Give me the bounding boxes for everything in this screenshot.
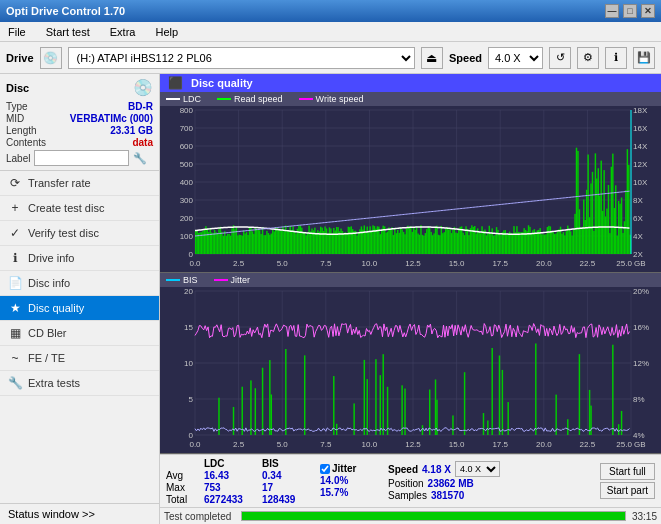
disc-quality-header-icon: ⬛ <box>168 76 183 90</box>
stats-bis-header: BIS <box>262 458 312 469</box>
nav-create-test-disc-label: Create test disc <box>28 202 104 214</box>
disc-length-row: Length 23.31 GB <box>6 125 153 136</box>
progress-bar-outer <box>241 511 626 521</box>
close-button[interactable]: ✕ <box>641 4 655 18</box>
nav-fe-te-label: FE / TE <box>28 352 65 364</box>
drive-bar: Drive 💿 (H:) ATAPI iHBS112 2 PL06 ⏏ Spee… <box>0 42 661 74</box>
stats-avg-jitter: 14.0% <box>320 475 380 486</box>
stats-ldc-header: LDC <box>204 458 254 469</box>
stats-speed-col: Speed 4.18 X 4.0 X Position 23862 MB Sam… <box>388 461 500 501</box>
menu-help[interactable]: Help <box>151 25 182 39</box>
nav-transfer-rate[interactable]: ⟳ Transfer rate <box>0 171 159 196</box>
status-window-button[interactable]: Status window >> <box>0 503 159 524</box>
create-test-disc-icon: + <box>8 201 22 215</box>
nav-transfer-rate-label: Transfer rate <box>28 177 91 189</box>
save-button[interactable]: 💾 <box>633 47 655 69</box>
status-window-label: Status window >> <box>8 508 95 520</box>
progress-status: Test completed <box>164 511 231 522</box>
disc-type-row: Type BD-R <box>6 101 153 112</box>
nav-extra-tests-label: Extra tests <box>28 377 80 389</box>
disc-info-icon: 📄 <box>8 276 22 290</box>
nav-drive-info-label: Drive info <box>28 252 74 264</box>
legend-bis-icon: BIS <box>166 275 198 285</box>
charts-area: LDC Read speed Write speed BIS Jitter <box>160 92 661 454</box>
chart1-wrapper: LDC Read speed Write speed <box>160 92 661 273</box>
chart2-canvas <box>160 287 661 453</box>
stats-jitter-header: Jitter <box>332 463 356 474</box>
speed-select[interactable]: 4.0 X <box>488 47 543 69</box>
menu-bar: File Start test Extra Help <box>0 22 661 42</box>
stats-max-label: Max <box>166 482 196 493</box>
nav-create-test-disc[interactable]: + Create test disc <box>0 196 159 221</box>
nav-verify-test-disc[interactable]: ✓ Verify test disc <box>0 221 159 246</box>
nav-cd-bler[interactable]: ▦ CD Bler <box>0 321 159 346</box>
fe-te-icon: ~ <box>8 351 22 365</box>
stats-bar: Avg Max Total LDC 16.43 753 6272433 BIS … <box>160 454 661 507</box>
stats-speed-select[interactable]: 4.0 X <box>455 461 500 477</box>
settings-button[interactable]: ⚙ <box>577 47 599 69</box>
drive-label: Drive <box>6 52 34 64</box>
progress-bar-inner <box>242 512 625 520</box>
legend-read-label: Read speed <box>234 94 283 104</box>
legend-ldc-label: LDC <box>183 94 201 104</box>
stats-position-header: Position <box>388 478 424 489</box>
jitter-checkbox[interactable] <box>320 464 330 474</box>
start-full-button[interactable]: Start full <box>600 463 655 480</box>
nav-cd-bler-label: CD Bler <box>28 327 67 339</box>
stats-max-ldc: 753 <box>204 482 254 493</box>
stats-position-value: 23862 MB <box>428 478 474 489</box>
info-button[interactable]: ℹ <box>605 47 627 69</box>
sidebar: Disc 💿 Type BD-R MID VERBATIMc (000) Len… <box>0 74 160 524</box>
chart2-wrapper: BIS Jitter <box>160 273 661 454</box>
stats-jitter-col: Jitter 14.0% 15.7% <box>320 463 380 499</box>
stats-total-ldc: 6272433 <box>204 494 254 505</box>
disc-label-row: Label 🔧 <box>6 150 153 166</box>
disc-icon: 💿 <box>133 78 153 97</box>
disc-contents-label: Contents <box>6 137 46 148</box>
stats-bis-col: BIS 0.34 17 128439 <box>262 458 312 505</box>
menu-extra[interactable]: Extra <box>106 25 140 39</box>
eject-button[interactable]: ⏏ <box>421 47 443 69</box>
nav-items: ⟳ Transfer rate + Create test disc ✓ Ver… <box>0 171 159 503</box>
app-title: Opti Drive Control 1.70 <box>6 5 125 17</box>
start-buttons: Start full Start part <box>600 463 655 499</box>
drive-select[interactable]: (H:) ATAPI iHBS112 2 PL06 <box>68 47 415 69</box>
stats-ldc-col: LDC 16.43 753 6272433 <box>204 458 254 505</box>
label-edit-icon[interactable]: 🔧 <box>133 152 147 165</box>
legend-jitter-label: Jitter <box>231 275 251 285</box>
disc-panel-title: Disc <box>6 82 29 94</box>
drive-icon: 💿 <box>40 47 62 69</box>
legend-ldc-icon: LDC <box>166 94 201 104</box>
disc-quality-title: Disc quality <box>191 77 253 89</box>
nav-extra-tests[interactable]: 🔧 Extra tests <box>0 371 159 396</box>
maximize-button[interactable]: □ <box>623 4 637 18</box>
disc-contents-row: Contents data <box>6 137 153 148</box>
minimize-button[interactable]: — <box>605 4 619 18</box>
disc-panel-header: Disc 💿 <box>6 78 153 97</box>
stats-avg-label: Avg <box>166 470 196 481</box>
stats-speed-header: Speed <box>388 464 418 475</box>
disc-label-label: Label <box>6 153 30 164</box>
nav-disc-info[interactable]: 📄 Disc info <box>0 271 159 296</box>
menu-file[interactable]: File <box>4 25 30 39</box>
extra-tests-icon: 🔧 <box>8 376 22 390</box>
stats-total-label: Total <box>166 494 196 505</box>
disc-type-value: BD-R <box>128 101 153 112</box>
disc-mid-label: MID <box>6 113 24 124</box>
speed-label: Speed <box>449 52 482 64</box>
stats-samples-value: 381570 <box>431 490 464 501</box>
nav-verify-test-disc-label: Verify test disc <box>28 227 99 239</box>
stats-speed-value: 4.18 X <box>422 464 451 475</box>
refresh-button[interactable]: ↺ <box>549 47 571 69</box>
stats-total-bis: 128439 <box>262 494 312 505</box>
nav-fe-te[interactable]: ~ FE / TE <box>0 346 159 371</box>
nav-disc-quality[interactable]: ★ Disc quality <box>0 296 159 321</box>
content-area: ⬛ Disc quality LDC Read speed Write spee… <box>160 74 661 524</box>
start-part-button[interactable]: Start part <box>600 482 655 499</box>
stats-max-bis: 17 <box>262 482 312 493</box>
menu-start-test[interactable]: Start test <box>42 25 94 39</box>
title-bar-buttons[interactable]: — □ ✕ <box>605 4 655 18</box>
disc-label-input[interactable] <box>34 150 129 166</box>
progress-time: 33:15 <box>632 511 657 522</box>
nav-drive-info[interactable]: ℹ Drive info <box>0 246 159 271</box>
